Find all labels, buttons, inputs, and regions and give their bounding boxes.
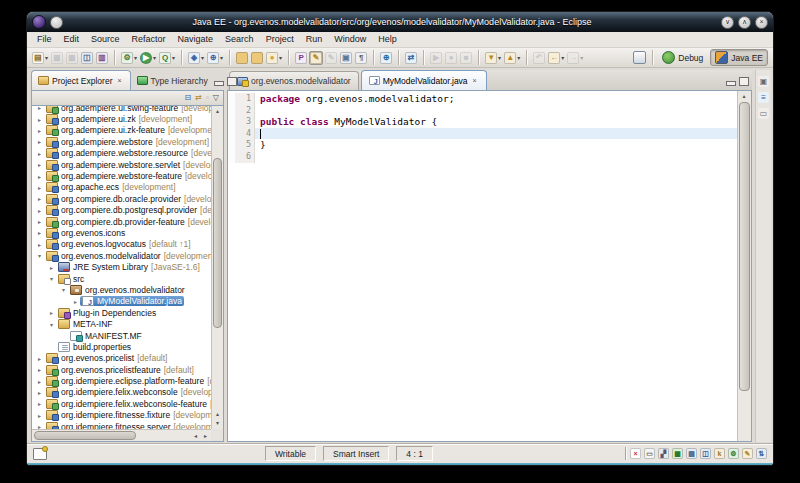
previous-annotation-button[interactable]: ▲▾	[503, 51, 521, 65]
menu-item-file[interactable]: File	[31, 32, 58, 47]
annotate-trim-icon[interactable]: ✎	[742, 448, 753, 459]
code-line[interactable]: 5}	[228, 139, 737, 151]
new-wizard-button[interactable]: ▤▾	[31, 51, 49, 65]
minimize-editor-icon[interactable]	[726, 81, 736, 86]
report-button[interactable]: ▥	[95, 51, 109, 65]
tree-item[interactable]: ▸org.evenos.pricelist[default]	[32, 353, 211, 364]
tree-item-content[interactable]: build.properties	[56, 342, 133, 352]
editor-scroll-up-icon[interactable]: ▴	[738, 92, 750, 101]
tree-item[interactable]: ▸org.idempiere.fitnesse.fixture[developm…	[32, 410, 211, 421]
tree-item[interactable]: ▾org.evenos.modelvalidator	[32, 284, 211, 295]
scroll-right-icon[interactable]: ▸	[200, 432, 211, 441]
open-perspective-button[interactable]	[632, 50, 647, 65]
expand-arrow-icon[interactable]: ▸	[35, 355, 44, 362]
code-text[interactable]	[255, 151, 737, 163]
previous-annotation-dropdown-icon[interactable]: ▾	[517, 54, 520, 61]
close-view-icon[interactable]: ×	[115, 76, 123, 85]
restore-views-icon[interactable]: ▣	[758, 76, 769, 87]
tree-item[interactable]: ▸org.adempiere.ui.zk[development]	[32, 113, 211, 124]
tree-item[interactable]: ▸Plug-in Dependencies	[32, 307, 211, 318]
menu-item-project[interactable]: Project	[260, 32, 300, 47]
tree-item[interactable]: ▸org.adempiere.webstore.servlet[developm…	[32, 159, 211, 170]
tree-item-content[interactable]: org.adempiere.webstore.servlet[developme…	[44, 160, 211, 170]
expand-arrow-icon[interactable]: ▸	[35, 229, 44, 236]
tree-item[interactable]: ▸org.apache.ecs[development]	[32, 182, 211, 193]
expand-arrow-icon[interactable]: ▾	[59, 286, 68, 293]
run-dropdown-icon[interactable]: ▾	[153, 54, 156, 61]
expand-arrow-icon[interactable]: ▾	[47, 321, 56, 328]
expand-arrow-icon[interactable]: ▾	[35, 252, 44, 259]
tree-item-content[interactable]: org.adempiere.webstore.resource[developm…	[44, 148, 211, 158]
focus-icon[interactable]: ▫	[206, 93, 209, 103]
view-menu-icon[interactable]: ▽	[213, 93, 219, 103]
tree-item[interactable]: ▸org.adempiere.webstore.resource[develop…	[32, 148, 211, 159]
link-with-editor-icon[interactable]: ⇄	[195, 93, 202, 103]
expand-arrow-icon[interactable]: ▸	[35, 138, 44, 145]
close-icon[interactable]: ×	[755, 16, 768, 29]
tab-type-hierarchy[interactable]: Type Hierarchy	[131, 71, 214, 90]
maximize-editor-icon[interactable]	[739, 77, 749, 86]
tree-item[interactable]: MANIFEST.MF	[32, 330, 211, 341]
expand-arrow-icon[interactable]: ▸	[35, 378, 44, 385]
tree-item[interactable]: build.properties	[32, 341, 211, 352]
show-whitespace-button[interactable]: ¶	[354, 51, 368, 65]
tree-item[interactable]: ▸org.idempiere.felix.webconsole-feature[…	[32, 398, 211, 409]
tree-item-content[interactable]: org.idempiere.fitnesse.server[developmen…	[44, 422, 211, 429]
expand-arrow-icon[interactable]: ▸	[35, 150, 44, 157]
console-trim-icon[interactable]: ▭	[644, 448, 655, 459]
back-button[interactable]: ←▾	[547, 51, 565, 65]
tree-item-content[interactable]: org.evenos.icons	[44, 228, 127, 238]
tree-item[interactable]: ▸org.adempiere.ui.swing-feature[developm…	[32, 105, 211, 113]
export-button[interactable]	[250, 51, 264, 65]
expand-arrow-icon[interactable]: ▸	[35, 173, 44, 180]
tab-project-explorer[interactable]: Project Explorer ×	[31, 70, 131, 90]
synchronize-button[interactable]: ⇄	[404, 51, 418, 65]
tree-item-content[interactable]: org.evenos.modelvalidator	[68, 285, 187, 295]
tree-item[interactable]: ▸org.compiere.db.postgresql.provider[dev…	[32, 205, 211, 216]
code-editor[interactable]: 1package org.evenos.modelvalidator;23pub…	[228, 91, 737, 441]
search-dropdown-icon[interactable]: ▾	[279, 54, 282, 61]
expand-arrow-icon[interactable]: ▸	[35, 161, 44, 168]
menu-item-window[interactable]: Window	[328, 32, 372, 47]
expand-arrow-icon[interactable]: ▸	[35, 105, 44, 111]
tree-item-content[interactable]: org.evenos.pricelist[default]	[44, 353, 169, 363]
menu-item-refactor[interactable]: Refactor	[126, 32, 172, 47]
expand-arrow-icon[interactable]: ▸	[35, 366, 44, 373]
tree-item[interactable]: ▸MyModelValidator.java	[32, 296, 211, 307]
close-tab-icon[interactable]: ×	[471, 76, 479, 85]
tree-horizontal-scrollbar[interactable]: ◂ ▸	[32, 429, 211, 441]
import-button[interactable]	[235, 51, 249, 65]
collapse-all-icon[interactable]: ⊟	[185, 93, 192, 103]
code-line[interactable]: 6	[228, 151, 737, 163]
expand-arrow-icon[interactable]: ▸	[35, 195, 44, 202]
tree-item-content[interactable]: org.adempiere.webstore[development]	[44, 137, 211, 147]
debug-dropdown-icon[interactable]: ▾	[134, 54, 137, 61]
data-source-trim-icon[interactable]: ▦	[672, 448, 683, 459]
expand-arrow-icon[interactable]: ▸	[35, 218, 44, 225]
editor-vertical-scrollbar[interactable]: ▴	[737, 91, 751, 441]
editor-tab-modelvalidator[interactable]: org.evenos.modelvalidator	[229, 71, 359, 90]
tree-item-content[interactable]: org.compiere.db.oracle.provider[developm…	[44, 194, 211, 204]
tree-item-content[interactable]: org.compiere.db.provider-feature[develop…	[44, 217, 211, 227]
expand-arrow-icon[interactable]: ▸	[35, 207, 44, 214]
minimize-view-icon[interactable]	[214, 81, 224, 86]
tree-item[interactable]: ▸org.idempiere.fitnesse.server[developme…	[32, 421, 211, 429]
mark-occurrences-button[interactable]: ✎	[309, 51, 323, 65]
new-wizard-dropdown-icon[interactable]: ▾	[45, 54, 48, 61]
tree-item-content[interactable]: org.compiere.db.postgresql.provider[deve…	[44, 205, 211, 215]
editor-vscroll-thumb[interactable]	[739, 102, 750, 391]
tree-item-content[interactable]: JRE System Library[JavaSE-1.6]	[56, 262, 202, 272]
code-line[interactable]: 2	[228, 105, 737, 117]
tree-item-content[interactable]: org.idempiere.fitnesse.fixture[developme…	[44, 410, 211, 420]
titlebar[interactable]: Java EE - org.evenos.modelvalidator/src/…	[27, 12, 773, 32]
tree-item-content[interactable]: Plug-in Dependencies	[56, 308, 158, 318]
expand-arrow-icon[interactable]: ▸	[35, 184, 44, 191]
scroll-up2-icon[interactable]: ▴	[212, 410, 223, 419]
debug-button[interactable]: ⚙▾	[120, 51, 138, 65]
menu-item-source[interactable]: Source	[85, 32, 126, 47]
window-menu-button[interactable]	[50, 16, 63, 29]
print-button[interactable]: ◫	[80, 51, 94, 65]
code-text[interactable]	[255, 128, 737, 140]
show-source-button[interactable]: ▣	[339, 51, 353, 65]
tree-item-content[interactable]: org.idempiere.eclipse.platform-feature[d…	[44, 376, 211, 386]
